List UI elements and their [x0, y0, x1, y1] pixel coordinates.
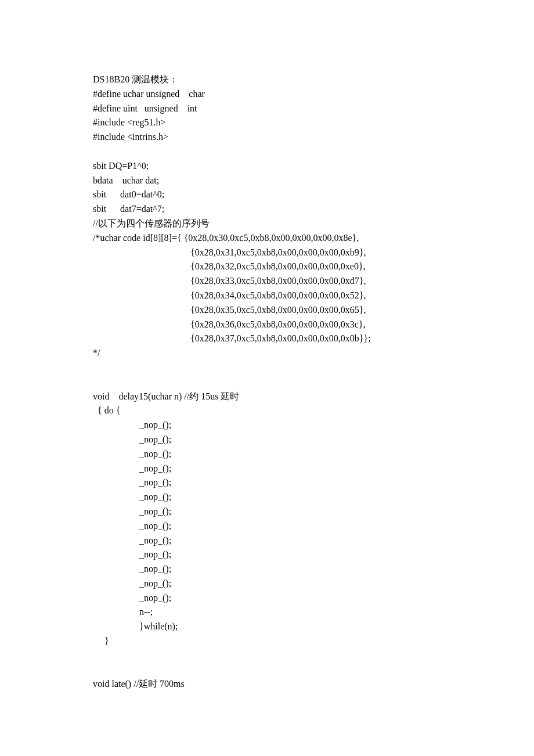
- code-line: _nop_();: [93, 577, 447, 591]
- code-line: [93, 145, 447, 159]
- code-line: _nop_();: [93, 591, 447, 606]
- code-line: _nop_();: [93, 433, 447, 447]
- document-page: DS18B20 测温模块：#define uchar unsigned char…: [0, 0, 534, 756]
- code-line: n--;: [93, 605, 447, 620]
- code-line: [93, 361, 447, 375]
- code-line: {0x28,0x33,0xc5,0xb8,0x00,0x00,0x00,0xd7…: [93, 274, 447, 289]
- code-line: _nop_();: [93, 534, 447, 548]
- code-line: bdata uchar dat;: [93, 174, 447, 188]
- code-line: DS18B20 测温模块：: [93, 73, 447, 87]
- code-line: {0x28,0x31,0xc5,0xb8,0x00,0x00,0x00,0xb9…: [93, 246, 447, 260]
- code-line: _nop_();: [93, 476, 447, 490]
- code-line: #include <reg51.h>: [93, 116, 447, 130]
- code-line: }while(n);: [93, 620, 447, 634]
- code-line: _nop_();: [93, 418, 447, 433]
- code-line: _nop_();: [93, 519, 447, 534]
- code-line: {0x28,0x37,0xc5,0xb8,0x00,0x00,0x00,0x0b…: [93, 332, 447, 346]
- code-line: {0x28,0x34,0xc5,0xb8,0x00,0x00,0x00,0x52…: [93, 289, 447, 303]
- code-line: void late() //延时 700ms: [93, 677, 447, 692]
- code-line: #define uint unsigned int: [93, 102, 447, 116]
- code-line: {0x28,0x32,0xc5,0xb8,0x00,0x00,0x00,0xe0…: [93, 260, 447, 274]
- code-line: //以下为四个传感器的序列号: [93, 217, 447, 231]
- code-line: sbit dat7=dat^7;: [93, 202, 447, 217]
- code-line: #include <intrins.h>: [93, 130, 447, 145]
- code-line: [93, 375, 447, 390]
- code-line: {0x28,0x35,0xc5,0xb8,0x00,0x00,0x00,0x65…: [93, 303, 447, 318]
- code-line: _nop_();: [93, 490, 447, 505]
- code-line: [93, 649, 447, 663]
- code-line: #define uchar unsigned char: [93, 87, 447, 102]
- code-line: sbit dat0=dat^0;: [93, 188, 447, 202]
- code-line: void delay15(uchar n) //约 15us 延时: [93, 390, 447, 404]
- code-line: _nop_();: [93, 562, 447, 577]
- code-line: [93, 663, 447, 678]
- code-line: _nop_();: [93, 462, 447, 476]
- code-block: DS18B20 测温模块：#define uchar unsigned char…: [93, 73, 447, 692]
- code-line: sbit DQ=P1^0;: [93, 159, 447, 174]
- code-line: _nop_();: [93, 548, 447, 562]
- code-line: */: [93, 346, 447, 361]
- code-line: /*uchar code id[8][8]={ {0x28,0x30,0xc5,…: [93, 231, 447, 246]
- code-line: _nop_();: [93, 505, 447, 519]
- code-line: {0x28,0x36,0xc5,0xb8,0x00,0x00,0x00,0x3c…: [93, 318, 447, 332]
- code-line: _nop_();: [93, 447, 447, 462]
- code-line: }: [93, 634, 447, 649]
- code-line: { do {: [93, 404, 447, 418]
